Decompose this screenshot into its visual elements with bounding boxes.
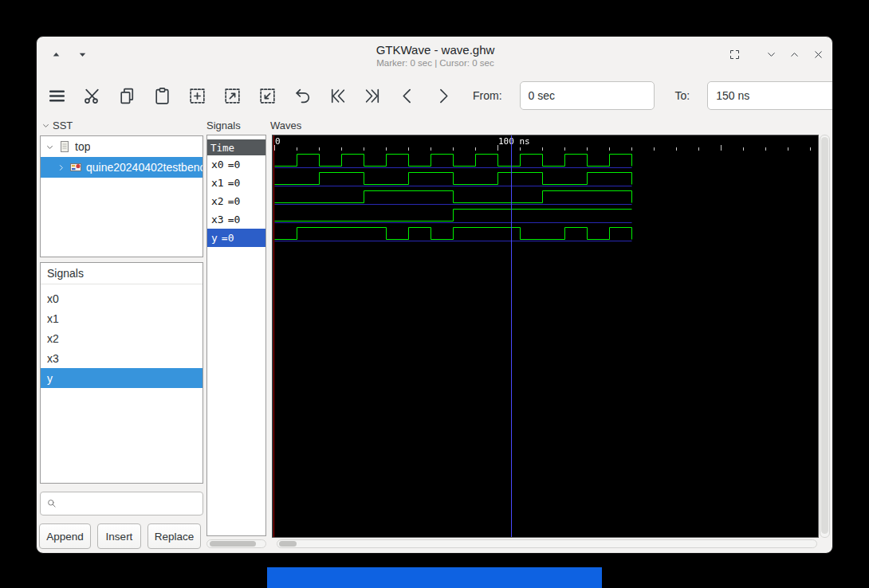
testbench-icon <box>69 161 82 174</box>
chevron-up-icon[interactable] <box>787 47 801 61</box>
search-input[interactable] <box>61 498 203 510</box>
signal-search <box>40 492 203 515</box>
go-to-start-icon[interactable] <box>326 84 348 107</box>
shade-down-icon[interactable] <box>75 47 89 61</box>
append-button[interactable]: Append <box>39 523 91 549</box>
toolbar: From: To: <box>37 73 833 119</box>
wave-row-label-x3[interactable]: x3=0 <box>207 210 265 229</box>
names-panel: Time x0=0 x1=0 x2=0 x3=0 y=0 <box>206 135 266 536</box>
copy-icon[interactable] <box>116 84 138 107</box>
chevron-right-icon <box>57 163 65 172</box>
module-icon <box>58 140 71 153</box>
names-horizontal-scrollbar[interactable] <box>206 539 266 548</box>
menu-icon[interactable] <box>45 84 68 107</box>
taskbar-fragment <box>267 567 602 588</box>
waveform-canvas[interactable] <box>273 135 818 537</box>
chevron-down-icon[interactable] <box>764 47 778 61</box>
scrollbar-thumb[interactable] <box>821 137 828 534</box>
desktop: GTKWave - wave.ghw Marker: 0 sec | Curso… <box>0 0 869 588</box>
tree-item-testbench[interactable]: quine20240402testbench <box>41 157 203 178</box>
marker-cursor-status: Marker: 0 sec | Cursor: 0 sec <box>37 58 833 68</box>
sst-signals-header: Signals <box>41 263 203 284</box>
chevron-down-icon <box>45 143 54 151</box>
chevron-down-icon <box>41 121 50 130</box>
step-right-icon[interactable] <box>431 84 454 107</box>
from-input[interactable] <box>520 81 655 110</box>
sst-header[interactable]: SST <box>41 120 73 131</box>
scrollbar-thumb[interactable] <box>279 541 297 547</box>
titlebar[interactable]: GTKWave - wave.ghw Marker: 0 sec | Curso… <box>37 37 833 73</box>
zoom-in-icon[interactable] <box>221 84 243 107</box>
from-label: From: <box>473 89 502 102</box>
signal-item-x0[interactable]: x0 <box>41 288 203 308</box>
undo-icon[interactable] <box>291 84 313 107</box>
waves-header: Waves <box>270 120 301 131</box>
search-icon <box>46 498 57 509</box>
go-to-end-icon[interactable] <box>361 84 383 107</box>
signal-item-y[interactable]: y <box>41 368 203 388</box>
time-column-header[interactable]: Time <box>207 139 265 155</box>
waves-horizontal-scrollbar[interactable] <box>277 539 817 548</box>
window-title: GTKWave - wave.ghw <box>37 43 833 57</box>
sst-signals-panel: Signals x0 x1 x2 x3 y <box>40 262 203 484</box>
names-panel-header: Signals <box>206 120 241 131</box>
fullscreen-icon[interactable] <box>727 47 741 61</box>
zoom-out-icon[interactable] <box>256 84 278 107</box>
insert-button[interactable]: Insert <box>97 523 141 549</box>
to-label: To: <box>675 89 690 102</box>
paste-icon[interactable] <box>151 84 173 107</box>
wave-row-label-x0[interactable]: x0=0 <box>207 155 265 174</box>
sst-tree: top quine20240402testbench <box>40 135 203 257</box>
signal-item-x1[interactable]: x1 <box>41 308 203 328</box>
signal-item-x2[interactable]: x2 <box>41 328 203 348</box>
zoom-fit-icon[interactable] <box>186 84 208 107</box>
wave-row-label-x1[interactable]: x1=0 <box>207 174 265 192</box>
waves-vertical-scrollbar[interactable] <box>820 135 830 538</box>
step-left-icon[interactable] <box>396 84 419 107</box>
wave-row-label-y[interactable]: y=0 <box>207 229 265 247</box>
replace-button[interactable]: Replace <box>147 523 201 549</box>
pane-splitter[interactable] <box>267 135 271 536</box>
scrollbar-thumb[interactable] <box>210 541 256 547</box>
cut-icon[interactable] <box>81 84 103 107</box>
gtkwave-window: GTKWave - wave.ghw Marker: 0 sec | Curso… <box>36 36 833 554</box>
shade-up-icon[interactable] <box>49 47 63 61</box>
tree-item-top[interactable]: top <box>41 136 203 157</box>
wave-row-label-x2[interactable]: x2=0 <box>207 192 265 210</box>
waves-panel <box>272 135 819 538</box>
to-input[interactable] <box>707 81 833 110</box>
close-icon[interactable] <box>811 47 825 61</box>
signal-item-x3[interactable]: x3 <box>41 348 203 368</box>
